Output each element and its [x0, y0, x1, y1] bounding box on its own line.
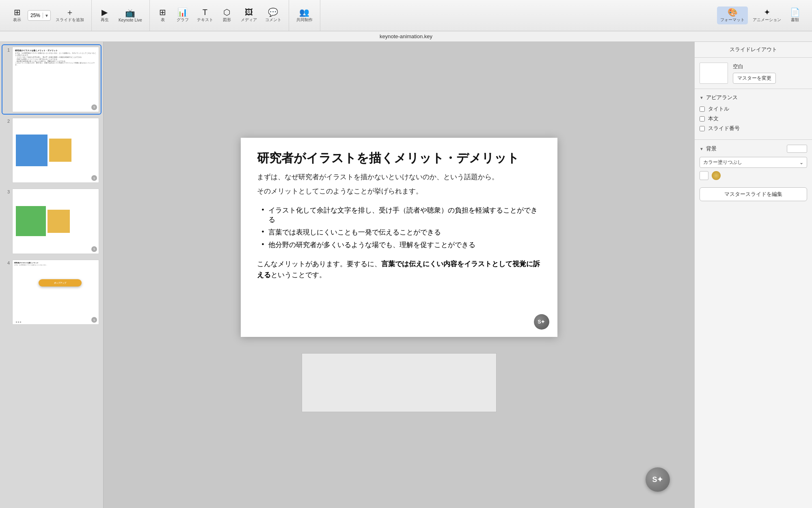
toolbar-view-group: ⊞ 表示 25% ▼ ＋ スライドを追加	[4, 0, 92, 31]
bg-color-row	[700, 171, 807, 180]
play-icon: ▶	[102, 8, 108, 16]
text-icon: T	[203, 8, 207, 16]
format-icon: 🎨	[728, 8, 738, 16]
panel-title: スライドレイアウト	[695, 42, 812, 58]
slide-bullets: イラスト化して余計な文字を排し、受け手（読者や聴衆）の負担を軽減することができる…	[257, 206, 541, 253]
slide-num-4: 4	[4, 260, 10, 265]
file-title-bar: keynote-animation.key	[0, 31, 812, 42]
big-avatar: S✦	[646, 467, 670, 492]
slide3-yellow-shape	[48, 210, 70, 233]
master-name: 空白	[733, 63, 776, 70]
slide-avatar: S✦	[534, 314, 549, 330]
slide-preview-2: S	[12, 118, 99, 183]
slide-intro1: まずは、なぜ研究者がイラストを描かないといけないのか、という話題から。	[257, 172, 541, 183]
footer-post: ということです。	[271, 271, 326, 279]
slidenum-checkbox-row: スライド番号	[700, 125, 807, 132]
toolbar-right-group: 🎨 フォーマット ✦ アニメーション 📄 書類	[713, 0, 808, 31]
bg-fill-label: カラー塗りつぶし	[703, 159, 742, 166]
slide-preview-3: S	[12, 189, 99, 254]
collaborate-icon: 👥	[299, 8, 309, 16]
slide2-icon: S	[91, 175, 97, 181]
bg-fill-dropdown[interactable]: カラー塗りつぶし ⌄	[700, 157, 807, 168]
add-slide-icon: ＋	[66, 8, 74, 16]
booklet-icon: 📄	[790, 8, 800, 16]
bullet-3: 他分野の研究者が多くいるような場でも、理解を促すことができる	[261, 240, 541, 250]
zoom-control[interactable]: 25% ▼	[28, 10, 51, 21]
media-button[interactable]: 🖼 メディア	[238, 7, 260, 24]
canvas-area: 研究者がイラストを描くメリット・デメリット まずは、なぜ研究者がイラストを描かな…	[104, 42, 694, 508]
background-section: ▼ 背景 カラー塗りつぶし ⌄ マスタースライドを編集	[695, 140, 812, 206]
zoom-arrow[interactable]: ▼	[43, 13, 50, 18]
bg-section-header[interactable]: ▼ 背景	[700, 145, 807, 153]
slide-thumb-3[interactable]: 3 S	[2, 187, 101, 256]
next-slide-preview	[302, 353, 497, 412]
appearance-label: アピアランス	[706, 94, 738, 101]
slide2-yellow-shape	[49, 139, 71, 162]
animation-button[interactable]: ✦ アニメーション	[749, 7, 784, 24]
bg-fill-chevron-icon: ⌄	[799, 160, 803, 165]
booklet-button[interactable]: 📄 書類	[786, 7, 804, 24]
file-title: keynote-animation.key	[380, 33, 432, 39]
text-button[interactable]: T テキスト	[194, 7, 216, 24]
slide2-blue-shape	[16, 135, 48, 166]
bg-color-preview[interactable]	[787, 145, 807, 153]
slide-thumb-4[interactable]: 4 研究者がイラストを描くメリット まずは、なぜ研究者がイラストを描かないといけ…	[2, 258, 101, 327]
comment-button[interactable]: 💬 コメント	[262, 7, 285, 24]
slide4-content: 研究者がイラストを描くメリット まずは、なぜ研究者がイラストを描かないといけない…	[13, 260, 99, 268]
view-button[interactable]: ⊞ 表示	[8, 7, 26, 24]
master-info: 空白 マスターを変更	[733, 63, 776, 84]
slide-footer: こんなメリットがあります。要するに、言葉では伝えにくい内容をイラストとして視覚に…	[257, 258, 541, 280]
body-checkbox[interactable]	[700, 116, 705, 122]
footer-pre: こんなメリットがあります。要するに、	[257, 260, 381, 268]
view-icon: ⊞	[14, 8, 21, 16]
collaborate-button[interactable]: 👥 共同制作	[293, 7, 316, 24]
table-button[interactable]: ⊞ 表	[154, 7, 172, 24]
slide-num-3: 3	[4, 189, 10, 194]
keynote-live-button[interactable]: 📺 Keynote Live	[115, 7, 145, 24]
bg-chevron-icon: ▼	[700, 147, 704, 151]
slide3-shapes	[13, 189, 99, 254]
play-button[interactable]: ▶ 再生	[96, 7, 114, 24]
slide-thumb-2[interactable]: 2 S	[2, 116, 101, 185]
toolbar: ⊞ 表示 25% ▼ ＋ スライドを追加 ▶ 再生 📺 Keynote Live…	[0, 0, 812, 31]
slide-thumb-1[interactable]: 1 研究者がイラストを描くメリット・デメリット まずは、なぜ研究者がイラストを描…	[2, 45, 101, 114]
animation-icon: ✦	[764, 8, 771, 16]
slide-canvas[interactable]: 研究者がイラストを描くメリット・デメリット まずは、なぜ研究者がイラストを描かな…	[241, 138, 557, 337]
slide2-shapes	[13, 118, 99, 183]
bullet-1: イラスト化して余計な文字を排し、受け手（読者や聴衆）の負担を軽減することができる	[261, 206, 541, 224]
slidenum-checkbox[interactable]	[700, 126, 705, 131]
appearance-section-header[interactable]: ▼ アピアランス	[700, 94, 807, 101]
slide-num-2: 2	[4, 118, 10, 124]
avatar-image: S✦	[534, 314, 549, 330]
title-checkbox[interactable]	[700, 106, 705, 112]
appearance-chevron-icon: ▼	[700, 96, 704, 100]
keynote-live-icon: 📺	[125, 9, 135, 17]
right-panel: スライドレイアウト 空白 マスターを変更 ▼ アピアランス タイトル 本文	[694, 42, 812, 508]
slide3-icon: S	[91, 246, 97, 252]
main-layout: 1 研究者がイラストを描くメリット・デメリット まずは、なぜ研究者がイラストを描…	[0, 42, 812, 508]
title-checkbox-row: タイトル	[700, 105, 807, 113]
slide4-dots	[16, 321, 21, 323]
body-checkbox-row: 本文	[700, 115, 807, 122]
bullet-2: 言葉では表現しにくいことも一発で伝えることができる	[261, 228, 541, 237]
change-master-button[interactable]: マスターを変更	[733, 73, 776, 84]
media-icon: 🖼	[245, 8, 253, 16]
title-checkbox-label: タイトル	[708, 105, 729, 113]
edit-master-button[interactable]: マスタースライドを編集	[700, 187, 807, 201]
slide-panel: 1 研究者がイラストを描くメリット・デメリット まずは、なぜ研究者がイラストを描…	[0, 42, 104, 508]
add-slide-button[interactable]: ＋ スライドを追加	[52, 7, 87, 24]
comment-icon: 💬	[268, 8, 278, 16]
body-checkbox-label: 本文	[708, 115, 719, 122]
bg-color-swatch[interactable]	[700, 171, 708, 180]
bg-color-circle[interactable]	[712, 171, 721, 180]
slide-intro2: そのメリットとしてこのようなことが挙げられます。	[257, 186, 541, 198]
slide4-icon: S	[91, 317, 97, 323]
appearance-section: ▼ アピアランス タイトル 本文 スライド番号	[695, 89, 812, 140]
format-button[interactable]: 🎨 フォーマット	[717, 7, 748, 24]
chart-icon: 📊	[177, 8, 188, 16]
chart-button[interactable]: 📊 グラフ	[173, 7, 192, 24]
slidenum-checkbox-label: スライド番号	[708, 125, 740, 132]
shape-button[interactable]: ⬡ 図形	[218, 7, 236, 24]
shape-icon: ⬡	[223, 8, 230, 16]
slide4-popup: ポップアップ	[39, 279, 82, 287]
